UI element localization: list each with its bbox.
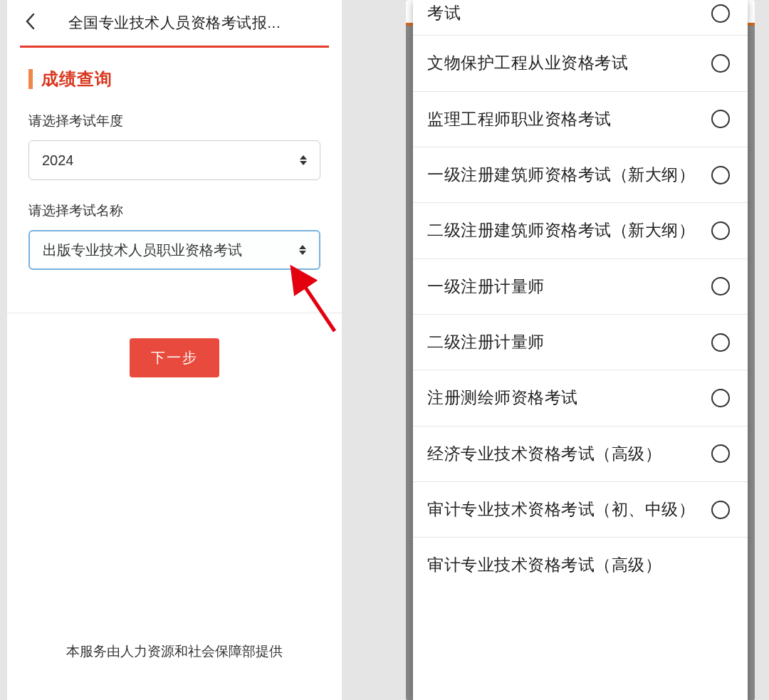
exam-select[interactable]: 出版专业技术人员职业资格考试 — [28, 230, 320, 270]
radio-icon — [711, 277, 730, 296]
page-title: 全国专业技术人员资格考试报... — [20, 13, 329, 33]
exam-option-label: 审计专业技术资格考试（初、中级） — [427, 498, 697, 521]
exam-option-label: 注册测绘师资格考试 — [427, 386, 697, 409]
exam-option-label: 二级注册建筑师资格考试（新大纲） — [427, 219, 697, 242]
radio-icon — [711, 110, 730, 128]
radio-icon — [711, 4, 730, 23]
radio-icon — [711, 221, 730, 240]
section-heading: 成绩查询 — [28, 68, 320, 90]
exam-option[interactable]: 经济专业技术资格考试（高级） — [413, 427, 748, 482]
radio-icon — [711, 333, 730, 352]
header-bar: 全国专业技术人员资格考试报... — [7, 0, 342, 46]
next-step-button[interactable]: 下一步 — [130, 338, 219, 377]
select-sort-icon — [299, 245, 306, 255]
radio-icon — [711, 444, 730, 463]
radio-icon — [711, 54, 730, 73]
exam-label: 请选择考试名称 — [28, 202, 320, 220]
year-select[interactable]: 2024 — [28, 140, 320, 180]
exam-option[interactable]: 二级注册计量师 — [413, 315, 748, 370]
exam-option[interactable]: 一级注册建筑师资格考试（新大纲） — [413, 147, 748, 203]
exam-option[interactable]: 审计专业技术资格考试（高级） — [413, 538, 748, 592]
radio-icon — [711, 166, 730, 184]
exam-option[interactable]: 考试 — [413, 0, 748, 36]
year-label: 请选择考试年度 — [28, 112, 320, 130]
exam-option[interactable]: 注册测绘师资格考试 — [413, 370, 748, 426]
divider — [7, 313, 342, 313]
left-phone-screen: 全国专业技术人员资格考试报... 成绩查询 请选择考试年度 2024 请选择考试… — [7, 0, 342, 700]
exam-option-label: 一级注册计量师 — [427, 275, 697, 298]
back-icon[interactable] — [25, 13, 35, 33]
select-sort-icon — [300, 155, 307, 165]
right-phone-screen: 考试 文物保护工程从业资格考试 监理工程师职业资格考试 一级注册建筑师资格考试（… — [406, 0, 755, 700]
radio-icon — [711, 389, 730, 407]
exam-option[interactable]: 监理工程师职业资格考试 — [413, 92, 748, 147]
exam-option-label: 监理工程师职业资格考试 — [427, 108, 697, 131]
exam-option-label: 审计专业技术资格考试（高级） — [427, 553, 716, 577]
exam-option[interactable]: 文物保护工程从业资格考试 — [413, 36, 748, 91]
exam-option-label: 经济专业技术资格考试（高级） — [427, 442, 697, 466]
exam-option-label: 考试 — [427, 1, 697, 25]
exam-options-dropdown[interactable]: 考试 文物保护工程从业资格考试 监理工程师职业资格考试 一级注册建筑师资格考试（… — [413, 0, 748, 700]
exam-option-label: 一级注册建筑师资格考试（新大纲） — [427, 163, 697, 187]
exam-option-label: 文物保护工程从业资格考试 — [427, 51, 697, 75]
exam-option[interactable]: 审计专业技术资格考试（初、中级） — [413, 482, 748, 538]
year-select-value: 2024 — [42, 152, 74, 169]
section-heading-text: 成绩查询 — [41, 68, 113, 90]
exam-option-label: 二级注册计量师 — [427, 330, 697, 354]
exam-select-value: 出版专业技术人员职业资格考试 — [43, 241, 242, 260]
radio-icon — [711, 501, 730, 519]
exam-option[interactable]: 一级注册计量师 — [413, 259, 748, 315]
footer-provider-text: 本服务由人力资源和社会保障部提供 — [7, 642, 342, 661]
exam-option[interactable]: 二级注册建筑师资格考试（新大纲） — [413, 203, 748, 258]
title-accent-bar — [28, 69, 33, 89]
